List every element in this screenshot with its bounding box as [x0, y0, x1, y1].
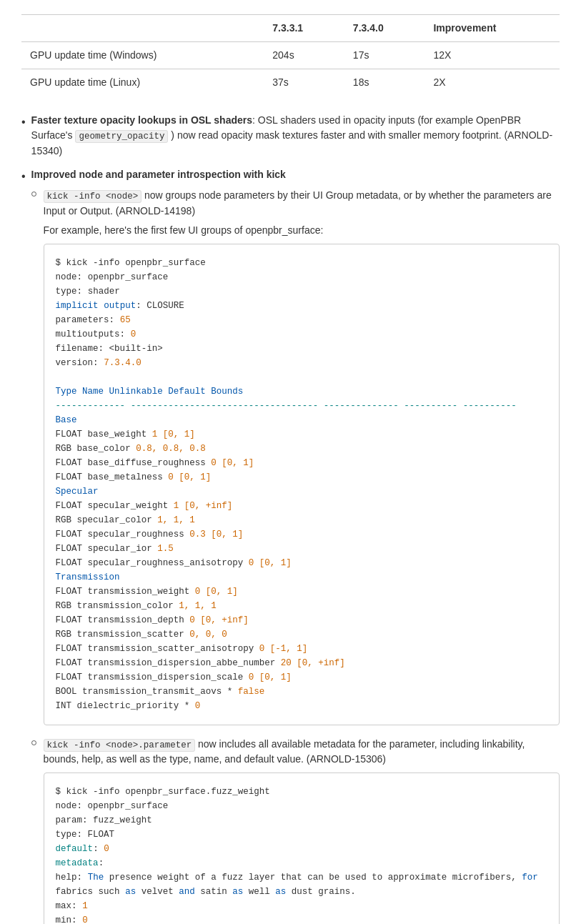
kick-info-node-code: kick -info <node>: [44, 190, 142, 203]
row-improvement: 2X: [424, 69, 560, 96]
row-v2: 18s: [344, 69, 425, 96]
row-trans-scatter: RGB transmission_scatter 0, 0, 0: [56, 630, 227, 640]
field2-help: help: The presence weight of a fuzz laye…: [56, 873, 538, 897]
table-row: GPU update time (Windows) 204s 17s 12X: [21, 42, 560, 69]
row-base-metalness: FLOAT base_metalness 0 [0, 1]: [56, 472, 212, 482]
field2-default: default: 0: [56, 844, 109, 854]
row-trans-depth: FLOAT transmission_depth 0 [0, +inf]: [56, 615, 249, 625]
row-spec-rough: FLOAT specular_roughness 0.3 [0, 1]: [56, 530, 244, 540]
sub-bullet-kick-param-text: kick -info <node>.parameter now includes…: [44, 737, 560, 767]
bullet-introspect-text: Improved node and parameter introspectio…: [31, 167, 560, 924]
col-header-v2: 7.3.4.0: [344, 15, 425, 42]
section-base: Base: [56, 415, 77, 425]
bullet-texture: • Faster texture opacity lookups in OSL …: [21, 113, 560, 159]
sub-bullet-circle-2: [31, 740, 36, 745]
row-spec-weight: FLOAT specular_weight 1 [0, +inf]: [56, 501, 233, 511]
field-type: type: shader: [56, 287, 120, 297]
row-trans-dispersion-abbe: FLOAT transmission_dispersion_abbe_numbe…: [56, 658, 345, 668]
bullet-dot-2: •: [21, 168, 26, 185]
col-header-improvement: Improvement: [424, 15, 560, 42]
row-v1: 204s: [264, 42, 344, 69]
row-spec-rough-aniso: FLOAT specular_roughness_anisotropy 0 [0…: [56, 558, 292, 568]
field-implicit: implicit output: CLOSURE: [56, 301, 184, 311]
row-v2: 17s: [344, 42, 425, 69]
cmd2-line: $ kick -info openpbr_surface.fuzz_weight: [56, 787, 270, 797]
row-base-weight: FLOAT base_weight 1 [0, 1]: [56, 429, 195, 439]
bullet-texture-text: Faster texture opacity lookups in OSL sh…: [31, 113, 560, 159]
field2-max: max: 1: [56, 901, 88, 911]
field2-param: param: fuzz_weight: [56, 815, 152, 825]
section-specular: Specular: [56, 487, 99, 497]
row-spec-color: RGB specular_color 1, 1, 1: [56, 515, 195, 525]
col-header-label: [21, 15, 264, 42]
field2-type: type: FLOAT: [56, 830, 115, 840]
row-dielectric-priority: INT dielectric_priority * 0: [56, 701, 201, 711]
code-block-1: $ kick -info openpbr_surface node: openp…: [44, 244, 560, 725]
sub-bullet-circle: [31, 192, 36, 197]
bullet-texture-title: Faster texture opacity lookups in OSL sh…: [31, 114, 252, 126]
field-parameters: parameters: 65: [56, 315, 131, 325]
sub-bullet-kick-param: kick -info <node>.parameter now includes…: [31, 737, 560, 925]
row-trans-color: RGB transmission_color 1, 1, 1: [56, 601, 217, 611]
sub-bullet-kick-node: kick -info <node> now groups node parame…: [31, 188, 560, 731]
row-trans-weight: FLOAT transmission_weight 0 [0, 1]: [56, 587, 238, 597]
field2-metadata: metadata:: [56, 858, 104, 868]
field2-node: node: openpbr_surface: [56, 801, 169, 811]
field-filename: filename: <built-in>: [56, 344, 163, 354]
row-improvement: 12X: [424, 42, 560, 69]
row-label: GPU update time (Linux): [21, 69, 264, 96]
sub-bullet-kick-param-content: kick -info <node>.parameter now includes…: [44, 737, 560, 925]
field2-min: min: 0: [56, 915, 88, 924]
row-label: GPU update time (Windows): [21, 42, 264, 69]
cmd-line: $ kick -info openpbr_surface: [56, 258, 206, 268]
bullet-dot: •: [21, 114, 26, 131]
field-node: node: openpbr_surface: [56, 272, 169, 282]
row-trans-scatter-aniso: FLOAT transmission_scatter_anisotropy 0 …: [56, 644, 308, 654]
row-base-color: RGB base_color 0.8, 0.8, 0.8: [56, 444, 206, 454]
performance-table: 7.3.3.1 7.3.4.0 Improvement GPU update t…: [21, 14, 560, 96]
table-row: GPU update time (Linux) 37s 18s 2X: [21, 69, 560, 96]
code-block-2: $ kick -info openpbr_surface.fuzz_weight…: [44, 773, 560, 924]
field-multioutputs: multioutputs: 0: [56, 329, 136, 339]
row-v1: 37s: [264, 69, 344, 96]
row-spec-ior: FLOAT specular_ior 1.5: [56, 544, 174, 554]
bullet-introspect: • Improved node and parameter introspect…: [21, 167, 560, 924]
kick-info-param-code: kick -info <node>.parameter: [44, 739, 196, 752]
sub-bullet-kick-node-text: kick -info <node> now groups node parame…: [44, 188, 560, 219]
geometry-opacity-code: geometry_opacity: [75, 130, 168, 143]
sub-bullet-list: kick -info <node> now groups node parame…: [31, 188, 560, 924]
field-version: version: 7.3.4.0: [56, 358, 141, 368]
feature-list: • Faster texture opacity lookups in OSL …: [21, 113, 560, 924]
row-trans-dispersion-scale: FLOAT transmission_dispersion_scale 0 [0…: [56, 672, 292, 682]
table-header-row: Type Name Unlinkable Default Bounds: [56, 387, 244, 397]
section-transmission: Transmission: [56, 572, 120, 582]
bullet-introspect-title: Improved node and parameter introspectio…: [31, 169, 286, 180]
col-header-v1: 7.3.3.1: [264, 15, 344, 42]
sub-bullet-kick-node-content: kick -info <node> now groups node parame…: [44, 188, 560, 731]
row-trans-aovs: BOOL transmission_transmit_aovs * false: [56, 687, 265, 697]
table-sep-row: ------------- --------------------------…: [56, 401, 517, 411]
example-note: For example, here's the first few UI gro…: [44, 223, 560, 238]
row-base-diffuse: FLOAT base_diffuse_roughness 0 [0, 1]: [56, 458, 254, 468]
